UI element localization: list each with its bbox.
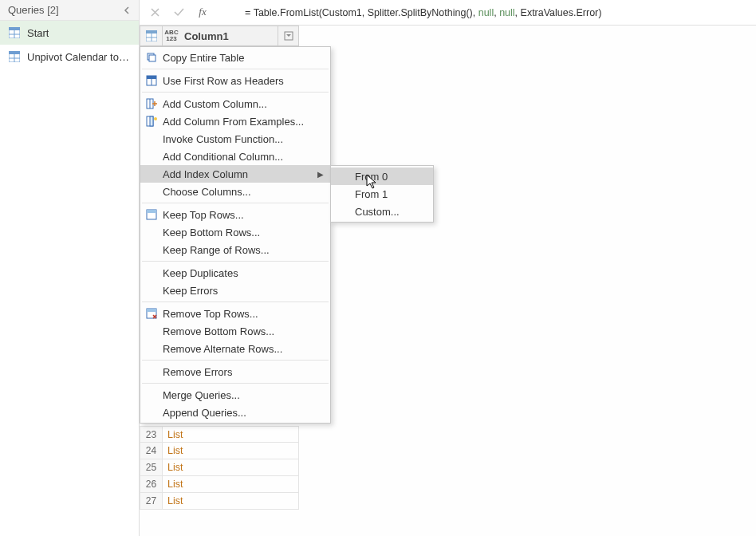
query-item-label: Unpivot Calendar to T... — [27, 51, 131, 63]
copy-icon — [140, 49, 163, 66]
type-123: 123 — [166, 36, 176, 42]
table-row[interactable]: 25List — [140, 459, 299, 476]
cancel-formula-icon[interactable] — [144, 3, 165, 22]
blank-icon — [140, 183, 163, 200]
submenu: From 0From 1Custom... — [330, 165, 434, 223]
blank-icon — [140, 322, 163, 340]
menu-item-keep-errors[interactable]: Keep Errors — [140, 282, 330, 299]
menu-item-label: Add Column From Examples... — [163, 116, 324, 128]
menu-item-label: Use First Row as Headers — [163, 75, 324, 87]
examples-icon — [140, 112, 163, 130]
menu-item-label: Copy Entire Table — [163, 52, 324, 64]
removerows-icon — [140, 305, 163, 322]
submenu-item-from-0[interactable]: From 0 — [331, 168, 433, 185]
submenu-item-custom[interactable]: Custom... — [331, 203, 433, 220]
blank-icon — [140, 282, 163, 299]
menu-item-add-custom-column[interactable]: Add Custom Column... — [140, 95, 330, 112]
formula-suffix: , ExtraValues.Error) — [515, 7, 602, 18]
svg-point-22 — [154, 117, 157, 120]
menu-item-use-first-row-as-headers[interactable]: Use First Row as Headers — [140, 72, 330, 89]
blank-icon — [140, 241, 163, 258]
menu-separator — [142, 203, 329, 203]
menu-item-label: Keep Range of Rows... — [163, 244, 324, 256]
menu-separator — [142, 261, 329, 262]
blank-icon — [140, 165, 163, 183]
formula-text-seg: = Table.FromList(Custom1, Splitter.Split… — [245, 7, 478, 18]
blank-icon — [140, 223, 163, 241]
menu-item-add-column-from-examples[interactable]: Add Column From Examples... — [140, 112, 330, 130]
query-item-label: Start — [27, 27, 49, 39]
menu-item-add-conditional-column[interactable]: Add Conditional Column... — [140, 148, 330, 165]
menu-item-label: Keep Errors — [163, 285, 324, 297]
menu-item-keep-bottom-rows[interactable]: Keep Bottom Rows... — [140, 223, 330, 241]
menu-item-copy-entire-table[interactable]: Copy Entire Table — [140, 49, 330, 66]
column-filter-icon[interactable] — [278, 26, 298, 45]
queries-header[interactable]: Queries [2] — [0, 0, 139, 21]
menu-item-add-index-column[interactable]: Add Index Column▶ — [140, 165, 330, 183]
menu-item-label: Choose Columns... — [163, 186, 324, 198]
data-type-icon[interactable]: ABC 123 — [163, 26, 180, 45]
toprows-icon — [140, 206, 163, 223]
menu-item-invoke-custom-function[interactable]: Invoke Custom Function... — [140, 130, 330, 148]
menu-item-remove-top-rows[interactable]: Remove Top Rows... — [140, 305, 330, 322]
blank-icon — [140, 264, 163, 282]
row-value[interactable]: List — [163, 459, 298, 475]
menu-item-label: Remove Errors — [163, 366, 324, 378]
menu-item-label: Add Conditional Column... — [163, 151, 324, 163]
menu-item-keep-range-of-rows[interactable]: Keep Range of Rows... — [140, 241, 330, 258]
row-value[interactable]: List — [163, 443, 298, 459]
svg-rect-14 — [149, 55, 156, 61]
menu-separator — [142, 69, 329, 69]
row-value[interactable]: List — [163, 476, 298, 492]
menu-separator — [142, 92, 329, 93]
menu-item-remove-alternate-rows[interactable]: Remove Alternate Rows... — [140, 340, 330, 357]
menu-item-append-queries[interactable]: Append Queries... — [140, 404, 330, 421]
addcol-icon — [140, 95, 163, 112]
menu-item-keep-top-rows[interactable]: Keep Top Rows... — [140, 206, 330, 223]
collapse-chevron-icon[interactable] — [123, 6, 131, 14]
menu-separator — [142, 360, 329, 361]
table-row[interactable]: 24List — [140, 443, 299, 459]
menu-item-label: Keep Duplicates — [163, 267, 324, 279]
table-row[interactable]: 27List — [140, 493, 299, 510]
commit-formula-icon[interactable] — [168, 3, 189, 22]
menu-item-keep-duplicates[interactable]: Keep Duplicates — [140, 264, 330, 282]
menu-item-choose-columns[interactable]: Choose Columns... — [140, 183, 330, 200]
blank-icon — [140, 148, 163, 165]
table-row[interactable]: 26List — [140, 476, 299, 493]
formula-null2: null — [499, 7, 514, 18]
row-index: 24 — [140, 443, 163, 459]
menu-item-label: Invoke Custom Function... — [163, 133, 324, 145]
row-value[interactable]: List — [163, 427, 298, 442]
column-header[interactable]: ABC 123 Column1 — [140, 26, 299, 46]
table-icon — [8, 50, 21, 63]
menu-item-label: Add Custom Column... — [163, 98, 324, 110]
menu-separator — [142, 302, 329, 302]
blank-icon — [140, 340, 163, 357]
menu-item-label: Append Queries... — [163, 407, 324, 419]
query-item-1[interactable]: Unpivot Calendar to T... — [0, 45, 139, 69]
svg-rect-21 — [150, 116, 153, 126]
row-value[interactable]: List — [163, 493, 298, 509]
menu-item-label: Merge Queries... — [163, 389, 324, 401]
fx-icon[interactable]: fx — [192, 3, 213, 22]
column-name[interactable]: Column1 — [180, 30, 278, 42]
row-index: 26 — [140, 476, 163, 492]
data-rows: 23List24List25List26List27List — [140, 426, 299, 510]
table-corner-icon[interactable] — [140, 26, 163, 45]
blank-icon — [140, 386, 163, 404]
menu-item-merge-queries[interactable]: Merge Queries... — [140, 386, 330, 404]
query-item-0[interactable]: Start — [0, 21, 139, 45]
row-index: 25 — [140, 459, 163, 475]
menu-separator — [142, 383, 329, 384]
blank-icon — [140, 130, 163, 148]
blank-icon — [140, 363, 163, 380]
menu-item-remove-errors[interactable]: Remove Errors — [140, 363, 330, 380]
blank-icon — [140, 404, 163, 421]
table-row[interactable]: 23List — [140, 426, 299, 443]
menu-item-label: Remove Top Rows... — [163, 308, 324, 320]
submenu-item-from-1[interactable]: From 1 — [331, 185, 433, 203]
table-icon — [8, 26, 21, 39]
menu-item-label: Remove Bottom Rows... — [163, 325, 324, 337]
menu-item-remove-bottom-rows[interactable]: Remove Bottom Rows... — [140, 322, 330, 340]
